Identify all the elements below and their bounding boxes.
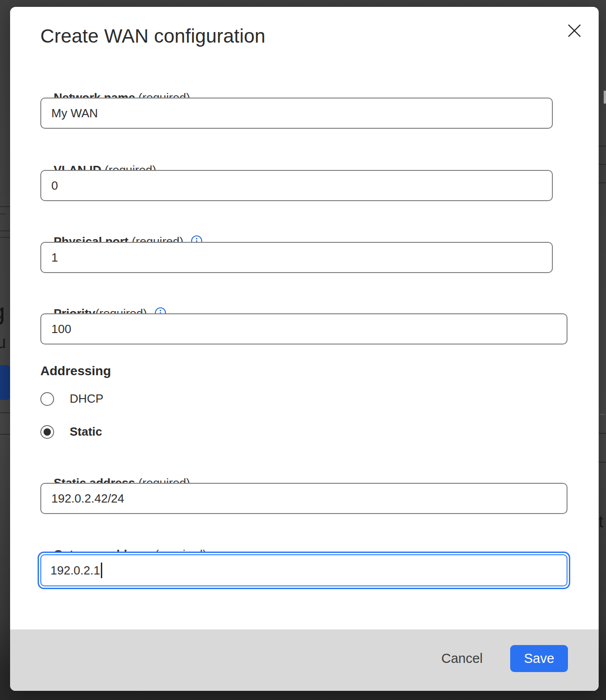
close-icon <box>566 34 583 41</box>
close-button[interactable] <box>565 22 584 40</box>
background-row-divider <box>0 412 10 413</box>
background-row-divider <box>0 213 5 214</box>
radio-option-dhcp[interactable]: DHCP <box>40 392 104 406</box>
background-text-fragment: t <box>599 512 603 531</box>
background-row-divider <box>0 230 10 231</box>
dialog-footer: Cancel Save <box>10 629 599 691</box>
background-row-divider <box>599 146 606 147</box>
text-caret <box>101 563 102 578</box>
gateway-address-focus-ring: 192.0.2.1 <box>38 552 570 589</box>
radio-label: DHCP <box>70 392 104 406</box>
network-name-input[interactable] <box>40 98 553 129</box>
dialog-title: Create WAN configuration <box>40 25 265 47</box>
background-row-divider <box>599 164 606 165</box>
radio-label: Static <box>70 425 102 439</box>
gateway-address-value: 192.0.2.1 <box>50 563 100 578</box>
physical-port-input[interactable] <box>40 242 553 273</box>
radio-option-static[interactable]: Static <box>40 425 102 439</box>
background-light-fragment <box>604 91 606 104</box>
static-address-input[interactable] <box>40 483 567 514</box>
background-dash-fragment <box>600 414 605 415</box>
background-text-fragment: u <box>0 333 6 352</box>
priority-input[interactable] <box>40 313 567 345</box>
background-row-divider <box>0 206 10 207</box>
radio-dot <box>44 428 51 436</box>
background-row-divider <box>0 237 10 238</box>
radio-unselected-icon <box>40 392 54 406</box>
background-row-divider <box>599 433 606 434</box>
cancel-button[interactable]: Cancel <box>437 648 487 669</box>
vlan-id-input[interactable] <box>40 170 553 201</box>
background-row-divider <box>0 434 10 435</box>
gateway-address-input[interactable]: 192.0.2.1 <box>40 554 567 586</box>
background-row-divider <box>599 462 606 463</box>
background-text-fragment: g <box>0 298 5 325</box>
background-row-divider <box>599 182 606 183</box>
background-blue-button-fragment <box>0 365 11 400</box>
create-wan-dialog: Create WAN configuration Network name (r… <box>10 7 599 691</box>
radio-selected-icon <box>40 425 54 439</box>
save-button[interactable]: Save <box>510 645 568 672</box>
addressing-heading: Addressing <box>40 364 111 378</box>
